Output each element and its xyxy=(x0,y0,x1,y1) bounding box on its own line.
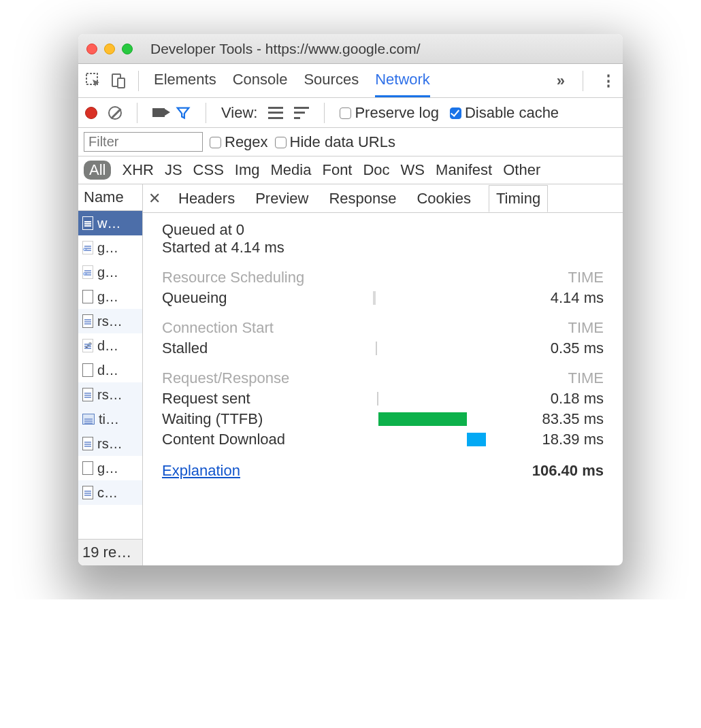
explanation-link[interactable]: Explanation xyxy=(162,462,240,480)
request-row[interactable]: g… xyxy=(78,284,142,309)
timing-label: Request sent xyxy=(162,390,373,408)
preserve-log-option[interactable]: Preserve log xyxy=(340,104,439,122)
disable-cache-checkbox[interactable] xyxy=(450,107,461,119)
detail-pane: ✕ Headers Preview Response Cookies Timin… xyxy=(143,184,623,565)
filter-manifest[interactable]: Manifest xyxy=(436,161,492,179)
doc-plain-icon xyxy=(82,363,93,377)
timing-row: Content Download18.39 ms xyxy=(162,431,604,448)
tab-cookies[interactable]: Cookies xyxy=(414,186,473,212)
request-row[interactable]: rs… xyxy=(78,309,142,333)
timing-row: Queueing4.14 ms xyxy=(162,289,604,307)
regex-checkbox[interactable] xyxy=(210,137,221,148)
minimize-window-button[interactable] xyxy=(104,44,115,54)
tab-preview[interactable]: Preview xyxy=(252,186,311,212)
tab-sources[interactable]: Sources xyxy=(304,64,359,97)
tab-console[interactable]: Console xyxy=(233,64,288,97)
filter-other[interactable]: Other xyxy=(503,161,540,179)
timing-bar xyxy=(373,392,502,406)
google-icon: G xyxy=(82,265,93,279)
view-label: View: xyxy=(221,104,257,122)
hide-data-urls-checkbox[interactable] xyxy=(275,137,287,148)
timing-label: Content Download xyxy=(162,431,373,448)
zoom-window-button[interactable] xyxy=(122,44,133,54)
started-text: Started at 4.14 ms xyxy=(162,239,604,257)
request-row[interactable]: g… xyxy=(78,456,142,480)
name-column-header[interactable]: Name xyxy=(78,184,142,211)
timing-row: Waiting (TTFB)83.35 ms xyxy=(162,410,604,428)
request-label: ti… xyxy=(99,412,119,427)
filter-xhr[interactable]: XHR xyxy=(122,161,153,179)
disable-cache-option[interactable]: Disable cache xyxy=(450,104,559,122)
request-row[interactable]: d… xyxy=(78,358,142,382)
record-button[interactable] xyxy=(85,107,97,119)
queued-text: Queued at 0 xyxy=(162,221,604,239)
filter-media[interactable]: Media xyxy=(271,161,312,179)
more-tabs-button[interactable]: » xyxy=(557,72,565,90)
tab-headers[interactable]: Headers xyxy=(176,186,238,212)
clear-button[interactable] xyxy=(108,106,122,120)
tab-response[interactable]: Response xyxy=(326,186,399,212)
close-detail-icon[interactable]: ✕ xyxy=(148,190,161,208)
network-toolbar: View: Preserve log Disable cache xyxy=(78,98,623,128)
inspect-element-icon[interactable] xyxy=(85,72,103,90)
separator xyxy=(583,71,583,91)
timing-bar xyxy=(373,412,502,426)
doc-plain-icon xyxy=(82,461,93,475)
request-row[interactable]: 🎤d… xyxy=(78,333,142,358)
filter-js[interactable]: JS xyxy=(165,161,182,179)
filter-input[interactable] xyxy=(84,132,203,152)
separator xyxy=(324,103,325,123)
capture-screenshots-icon[interactable] xyxy=(152,108,165,117)
devtools-tab-bar: Elements Console Sources Network » ⋮ xyxy=(78,64,623,98)
timing-bar xyxy=(373,433,502,446)
filter-doc[interactable]: Doc xyxy=(363,161,389,179)
filter-ws[interactable]: WS xyxy=(401,161,425,179)
devtools-window: Developer Tools - https://www.google.com… xyxy=(78,34,623,565)
filter-font[interactable]: Font xyxy=(322,161,352,179)
image-icon xyxy=(82,414,95,425)
timing-value: 0.18 ms xyxy=(502,390,604,408)
large-rows-toggle[interactable] xyxy=(268,107,283,119)
timing-value: 83.35 ms xyxy=(502,410,604,428)
section-request-response: Request/Response TIME xyxy=(162,369,604,387)
timing-bar xyxy=(373,342,502,355)
resource-type-filter-bar: All XHR JS CSS Img Media Font Doc WS Man… xyxy=(78,156,623,184)
request-row[interactable]: c… xyxy=(78,480,142,505)
timing-panel: Queued at 0 Started at 4.14 ms Resource … xyxy=(143,213,623,488)
hide-data-urls-option[interactable]: Hide data URLs xyxy=(275,133,395,151)
tab-timing[interactable]: Timing xyxy=(489,185,548,212)
doc-lines-icon xyxy=(82,486,93,499)
kebab-menu-icon[interactable]: ⋮ xyxy=(601,72,616,90)
doc-plain-icon xyxy=(82,290,93,303)
request-row[interactable]: rs… xyxy=(78,431,142,456)
request-row[interactable]: Gg… xyxy=(78,260,142,284)
request-label: rs… xyxy=(97,387,123,403)
detail-tab-bar: ✕ Headers Preview Response Cookies Timin… xyxy=(143,184,623,213)
device-toolbar-icon[interactable] xyxy=(110,72,127,90)
overview-toggle[interactable] xyxy=(294,107,309,119)
window-title: Developer Tools - https://www.google.com… xyxy=(150,41,420,57)
request-label: rs… xyxy=(97,436,123,452)
separator xyxy=(137,103,137,123)
tab-network[interactable]: Network xyxy=(375,64,430,97)
request-row[interactable]: rs… xyxy=(78,382,142,407)
timing-value: 18.39 ms xyxy=(502,431,604,448)
main-split: Name w…Gg…Gg…g…rs…🎤d…d…rs…ti…rs…g…c… 19 … xyxy=(78,184,623,565)
tab-elements[interactable]: Elements xyxy=(154,64,216,97)
request-label: c… xyxy=(97,485,118,501)
request-row[interactable]: w… xyxy=(78,211,142,235)
request-row[interactable]: ti… xyxy=(78,407,142,431)
request-list-column: Name w…Gg…Gg…g…rs…🎤d…d…rs…ti…rs…g…c… 19 … xyxy=(78,184,143,565)
filter-css[interactable]: CSS xyxy=(193,161,224,179)
filter-icon[interactable] xyxy=(176,105,191,120)
regex-option[interactable]: Regex xyxy=(210,133,268,151)
timing-value: 0.35 ms xyxy=(502,340,604,357)
title-bar: Developer Tools - https://www.google.com… xyxy=(78,34,623,64)
filter-img[interactable]: Img xyxy=(235,161,260,179)
request-row[interactable]: Gg… xyxy=(78,235,142,260)
close-window-button[interactable] xyxy=(86,44,97,54)
filter-all[interactable]: All xyxy=(84,161,111,180)
filter-row: Regex Hide data URLs xyxy=(78,128,623,156)
total-time: 106.40 ms xyxy=(532,462,604,480)
preserve-log-checkbox[interactable] xyxy=(340,107,351,119)
